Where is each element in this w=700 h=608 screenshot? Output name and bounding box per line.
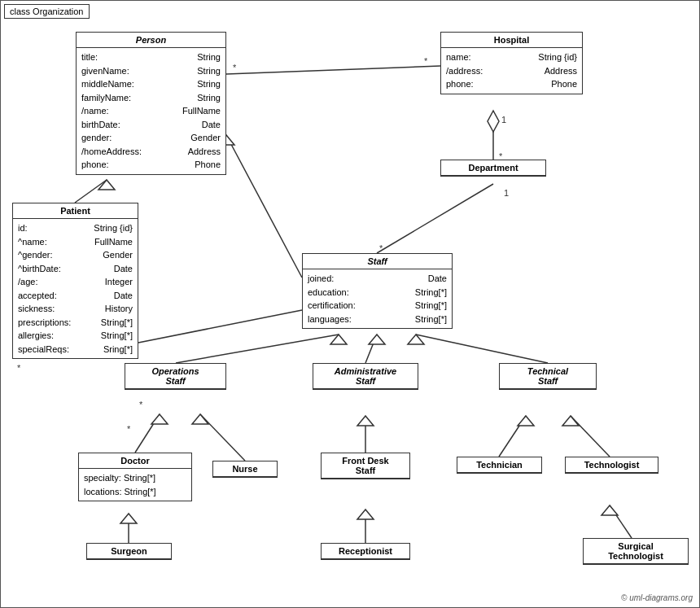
svg-line-37 xyxy=(610,505,632,538)
svg-marker-34 xyxy=(120,514,137,523)
person-body: title:String givenName:String middleName… xyxy=(77,48,225,174)
svg-marker-11 xyxy=(98,180,115,190)
staff-class: Staff joined:Date education:String[*] ce… xyxy=(302,253,453,329)
person-header: Person xyxy=(77,33,225,48)
department-class: Department xyxy=(440,160,546,177)
svg-line-31 xyxy=(571,416,610,457)
surgeon-header: Surgeon xyxy=(87,544,171,559)
technician-header: Technician xyxy=(457,457,541,473)
svg-text:*: * xyxy=(379,243,383,253)
svg-line-0 xyxy=(226,66,440,74)
svg-marker-36 xyxy=(357,510,374,519)
technologist-class: Technologist xyxy=(565,457,658,474)
svg-marker-22 xyxy=(408,335,424,344)
svg-line-14 xyxy=(138,310,302,343)
svg-marker-26 xyxy=(192,414,208,424)
svg-text:1: 1 xyxy=(504,188,509,198)
technical-staff-header: TechnicalStaff xyxy=(500,364,596,389)
svg-marker-38 xyxy=(602,505,618,515)
nurse-header: Nurse xyxy=(213,461,277,477)
svg-text:*: * xyxy=(127,424,131,434)
receptionist-class: Receptionist xyxy=(321,543,410,560)
doctor-class: Doctor specialty: String[*] locations: S… xyxy=(78,453,192,501)
receptionist-header: Receptionist xyxy=(322,544,409,559)
doctor-body: specialty: String[*] locations: String[*… xyxy=(79,469,191,501)
copyright-text: © uml-diagrams.org xyxy=(621,593,693,602)
surgical-technologist-class: SurgicalTechnologist xyxy=(583,538,689,565)
administrative-staff-class: AdministrativeStaff xyxy=(313,363,418,390)
svg-marker-18 xyxy=(330,335,347,344)
svg-marker-24 xyxy=(151,414,168,424)
svg-line-19 xyxy=(365,335,377,363)
svg-line-17 xyxy=(176,335,339,363)
hospital-class: Hospital name:String {id} /address:Addre… xyxy=(440,32,583,94)
patient-class: Patient id:String {id} ^name:FullName ^g… xyxy=(12,203,138,359)
nurse-class: Nurse xyxy=(212,461,278,478)
hospital-body: name:String {id} /address:Address phone:… xyxy=(441,48,582,94)
svg-line-10 xyxy=(75,180,107,203)
staff-body: joined:Date education:String[*] certific… xyxy=(303,269,452,328)
staff-header: Staff xyxy=(303,254,452,269)
hospital-header: Hospital xyxy=(441,33,582,48)
patient-header: Patient xyxy=(13,203,138,219)
department-header: Department xyxy=(441,160,545,176)
svg-marker-4 xyxy=(488,111,499,132)
patient-body: id:String {id} ^name:FullName ^gender:Ge… xyxy=(13,219,138,358)
front-desk-staff-class: Front DeskStaff xyxy=(321,453,410,479)
svg-line-21 xyxy=(416,335,548,363)
surgical-technologist-header: SurgicalTechnologist xyxy=(584,539,688,564)
person-class: Person title:String givenName:String mid… xyxy=(76,32,226,175)
svg-line-25 xyxy=(200,414,245,461)
technologist-header: Technologist xyxy=(566,457,658,473)
svg-text:*: * xyxy=(424,56,428,66)
technical-staff-class: TechnicalStaff xyxy=(499,363,597,390)
diagram-title: class Organization xyxy=(4,4,90,19)
technician-class: Technician xyxy=(457,457,542,474)
administrative-staff-header: AdministrativeStaff xyxy=(313,364,418,389)
operations-staff-class: OperationsStaff xyxy=(125,363,226,390)
svg-marker-20 xyxy=(369,335,385,344)
svg-text:*: * xyxy=(233,63,237,72)
front-desk-staff-header: Front DeskStaff xyxy=(322,453,409,479)
svg-marker-28 xyxy=(357,416,374,426)
svg-text:*: * xyxy=(139,400,143,409)
svg-line-23 xyxy=(135,414,160,453)
svg-line-12 xyxy=(226,135,302,278)
svg-text:1: 1 xyxy=(501,115,506,125)
svg-marker-32 xyxy=(562,416,579,426)
surgeon-class: Surgeon xyxy=(86,543,172,560)
operations-staff-header: OperationsStaff xyxy=(125,364,225,389)
svg-text:*: * xyxy=(17,363,21,373)
svg-line-7 xyxy=(377,184,493,253)
svg-line-29 xyxy=(499,416,526,457)
uml-diagram: class Organization * * 1 * 1 * * * xyxy=(0,0,700,608)
doctor-header: Doctor xyxy=(79,453,191,469)
svg-marker-30 xyxy=(518,416,534,426)
